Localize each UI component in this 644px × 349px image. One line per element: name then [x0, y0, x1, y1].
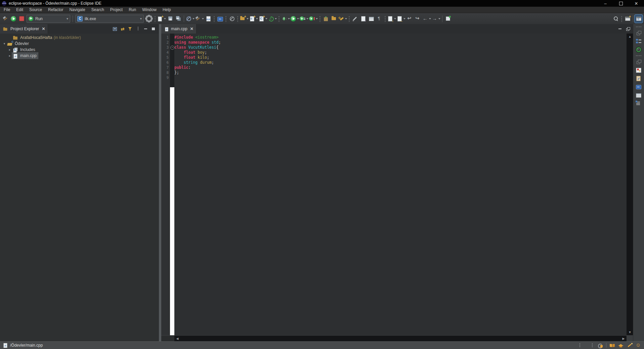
show-characters-button[interactable] — [375, 15, 383, 23]
run-history-button[interactable] — [299, 15, 309, 23]
pin-editor-button[interactable] — [444, 15, 452, 23]
back-history-button[interactable] — [406, 15, 414, 23]
launch-mode-combo-caret-icon[interactable]: ▾ — [67, 17, 68, 20]
open-resource-button[interactable] — [330, 15, 338, 23]
cpp-perspective-button[interactable] — [635, 15, 643, 23]
menu-project[interactable]: Project — [107, 7, 126, 13]
open-console-button[interactable] — [216, 15, 224, 23]
menu-source[interactable]: Source — [26, 7, 45, 13]
open-element-button[interactable] — [322, 15, 330, 23]
restore-editor-button[interactable] — [625, 26, 631, 32]
last-edit-location-button-caret-icon[interactable] — [394, 18, 396, 19]
code-editor[interactable]: #include <iostream>using namespace std;c… — [174, 34, 627, 335]
skip-breakpoints-button-caret-icon[interactable] — [192, 18, 195, 19]
previous-edit-button-caret-icon[interactable] — [403, 18, 405, 19]
open-perspective-button[interactable]: + — [624, 15, 632, 23]
tab-project-explorer[interactable]: Project Explorer ✕ — [0, 24, 48, 34]
close-window-button[interactable]: ✕ — [629, 0, 644, 7]
previous-edit-button[interactable] — [396, 15, 406, 23]
profile-button-caret-icon[interactable] — [316, 18, 318, 19]
back-button-caret-icon[interactable] — [429, 18, 431, 19]
debug-button-caret-icon[interactable] — [288, 18, 290, 19]
console-view-icon[interactable] — [636, 84, 642, 90]
refresh-index-button[interactable] — [268, 15, 277, 23]
breakpoints-view-icon[interactable] — [636, 67, 642, 73]
menu-edit[interactable]: Edit — [13, 7, 26, 13]
menu-file[interactable]: File — [1, 7, 13, 13]
tree-item-main-cpp[interactable]: ▸main.cpp — [0, 53, 159, 59]
last-edit-location-button[interactable] — [387, 15, 396, 23]
run-button[interactable] — [290, 15, 299, 23]
tasks-view-icon[interactable] — [636, 76, 642, 82]
fold-collapse-marker[interactable]: − — [170, 46, 174, 50]
filter-button[interactable] — [128, 26, 133, 32]
tree-item--devler[interactable]: ▾Ödevler — [0, 41, 159, 47]
minimize-editor-button[interactable] — [617, 26, 623, 32]
save-button[interactable] — [166, 15, 174, 23]
scroll-right-icon[interactable]: ▶ — [620, 336, 627, 342]
drag-handle[interactable] — [636, 55, 642, 56]
launch-mode-combo[interactable]: Run▾ — [27, 15, 70, 23]
menu-window[interactable]: Window — [139, 7, 160, 13]
forward-button-caret-icon[interactable] — [438, 18, 440, 19]
run-history-button-caret-icon[interactable] — [306, 18, 308, 19]
problems-view-icon[interactable] — [636, 101, 642, 107]
toggle-breakpoint-button[interactable] — [228, 15, 236, 23]
panel-sash[interactable] — [159, 24, 161, 342]
link-with-editor-button[interactable] — [120, 26, 125, 32]
chevron-collapsed-icon[interactable]: ▸ — [7, 54, 12, 57]
vertical-scrollbar[interactable]: ▲ ▼ — [627, 34, 633, 335]
chevron-expanded-icon[interactable]: ▾ — [2, 42, 7, 45]
mark-occurrences-button[interactable] — [351, 15, 359, 23]
minimize-view-button[interactable] — [143, 26, 148, 32]
tab-main-cpp[interactable]: main.cpp ✕ — [161, 24, 197, 34]
scroll-left-icon[interactable]: ◀ — [174, 336, 180, 342]
tree-item-includes[interactable]: ▸Includes — [0, 47, 159, 53]
quick-search-button[interactable] — [612, 15, 620, 23]
menu-help[interactable]: Help — [160, 7, 174, 13]
build-all-button-caret-icon[interactable] — [202, 18, 204, 19]
notifications-icon[interactable] — [597, 343, 603, 348]
scroll-up-icon[interactable]: ▲ — [629, 34, 632, 40]
build-button[interactable] — [1, 15, 9, 23]
tips-icon[interactable] — [627, 343, 633, 348]
close-explorer-tab-icon[interactable]: ✕ — [42, 27, 45, 31]
back-button[interactable] — [422, 15, 431, 23]
collapse-all-button[interactable] — [112, 26, 118, 32]
next-annotation-button[interactable] — [359, 15, 367, 23]
chevron-collapsed-icon[interactable]: ▸ — [7, 48, 12, 51]
hscroll-track[interactable] — [180, 336, 620, 342]
new-wizard-button[interactable]: + — [157, 15, 166, 23]
binary-parser-button[interactable] — [204, 15, 212, 23]
maximize-view-button[interactable] — [151, 26, 156, 32]
view-menu-button[interactable] — [135, 26, 141, 32]
new-c-project-button[interactable]: + — [240, 15, 249, 23]
build-all-button[interactable] — [195, 15, 204, 23]
search-button[interactable] — [338, 15, 347, 23]
new-class-button-caret-icon[interactable] — [265, 18, 267, 19]
build-targets-view-icon[interactable] — [636, 47, 642, 53]
restore-icon[interactable] — [636, 30, 642, 36]
show-whitespace-button[interactable] — [367, 15, 375, 23]
learn-icon[interactable] — [618, 343, 624, 348]
new-source-file-button-caret-icon[interactable] — [256, 18, 258, 19]
new-source-file-button[interactable]: c+ — [249, 15, 258, 23]
stop-button[interactable] — [17, 15, 26, 23]
new-wizard-button-caret-icon[interactable] — [164, 18, 166, 19]
feedback-icon[interactable] — [636, 343, 641, 348]
drag-handle[interactable] — [636, 26, 642, 28]
menu-navigate[interactable]: Navigate — [66, 7, 88, 13]
tree-item-arafathoca5hafta[interactable]: ArafatHoca5Hafta(in klasörlükler) — [0, 35, 159, 41]
menu-run[interactable]: Run — [126, 7, 139, 13]
skip-breakpoints-button[interactable] — [185, 15, 195, 23]
outline-view-icon[interactable] — [636, 38, 642, 44]
launch-config-combo-caret-icon[interactable]: ▾ — [140, 17, 142, 20]
maximize-window-button[interactable] — [613, 0, 629, 7]
menu-refactor[interactable]: Refactor — [45, 7, 66, 13]
refresh-index-button-caret-icon[interactable] — [275, 18, 277, 19]
launch-settings-button[interactable] — [145, 15, 153, 23]
forward-history-button[interactable] — [414, 15, 422, 23]
run-button-caret-icon[interactable] — [297, 18, 299, 19]
scroll-down-icon[interactable]: ▼ — [629, 329, 632, 335]
properties-view-icon[interactable] — [636, 92, 642, 98]
